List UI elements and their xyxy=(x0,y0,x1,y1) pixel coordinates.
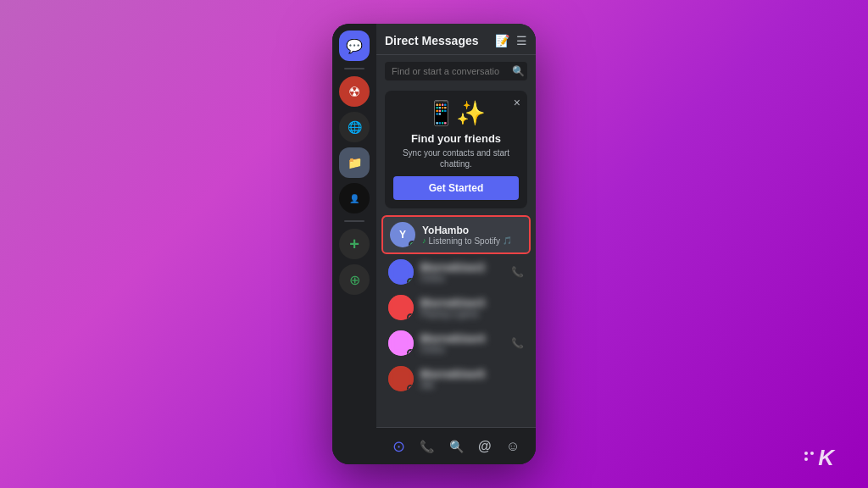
sidebar-item-server3[interactable]: 📁 xyxy=(339,147,370,178)
menu-icon[interactable]: ☰ xyxy=(516,34,527,47)
find-friends-subtitle: Sync your contacts and start chatting. xyxy=(393,147,519,169)
dm-info-user5: BlurredUser5 Idle xyxy=(420,369,524,390)
avatar-status-yohambo xyxy=(409,241,415,247)
dm-item-user2[interactable]: BlurredUser2 Online 📞 xyxy=(381,254,531,290)
sidebar-item-home[interactable]: 💬 xyxy=(339,30,370,61)
dm-item-yohambo[interactable]: Y YoHambo ♪ Listening to Spotify 🎵 ➜ xyxy=(381,215,531,254)
search-input[interactable] xyxy=(392,66,509,76)
dm-status-user3: Playing a game xyxy=(420,309,524,319)
header-icons: 📝 ☰ xyxy=(495,34,527,47)
background: 💬 ☢ 🌐 📁 👤 + ⊕ xyxy=(0,0,868,488)
server-separator xyxy=(344,68,364,69)
dm-name-yohambo: YoHambo xyxy=(422,225,522,236)
spotify-icon: ♪ xyxy=(422,236,426,245)
dm-status-user2: Online xyxy=(420,274,504,283)
dm-info-yohambo: YoHambo ♪ Listening to Spotify 🎵 xyxy=(422,225,522,246)
dot-2 xyxy=(810,452,814,455)
dm-action-user4: 📞 xyxy=(511,337,524,349)
avatar-status-user2 xyxy=(407,278,414,285)
dm-name-user5: BlurredUser5 xyxy=(420,369,524,380)
dm-avatar-user3 xyxy=(388,295,414,320)
dm-avatar-user2 xyxy=(388,259,414,285)
friends-illustration: 📱✨ xyxy=(393,99,519,127)
dm-list: Y YoHambo ♪ Listening to Spotify 🎵 ➜ xyxy=(376,215,536,427)
dot-3 xyxy=(804,458,808,461)
avatar-placeholder: 👤 xyxy=(339,183,370,214)
close-button[interactable]: × xyxy=(514,96,520,109)
dm-avatar-user4 xyxy=(388,330,414,356)
dm-status-user5: Idle xyxy=(420,380,524,390)
dm-panel: Direct Messages 📝 ☰ 🔍 × 📱✨ Find your fri… xyxy=(376,24,536,464)
dot-row-2 xyxy=(804,458,814,461)
globe-icon: 🌐 xyxy=(348,120,362,134)
avatar-status-user4 xyxy=(407,349,414,356)
radioactive-icon: ☢ xyxy=(348,84,360,100)
sidebar-item-server4[interactable]: 👤 xyxy=(339,183,370,214)
dm-name-user3: BlurredUser3 xyxy=(420,297,524,309)
dm-avatar-user5 xyxy=(388,366,414,391)
home-icon: 💬 xyxy=(346,38,363,54)
phone-container: 💬 ☢ 🌐 📁 👤 + ⊕ xyxy=(332,24,536,464)
sidebar-item-server2[interactable]: 🌐 xyxy=(339,112,370,142)
nav-home-icon[interactable]: ⊙ xyxy=(389,434,409,459)
search-icon: 🔍 xyxy=(512,65,525,77)
dm-info-user3: BlurredUser3 Playing a game xyxy=(420,297,524,319)
watermark: K xyxy=(804,445,834,471)
find-friends-title: Find your friends xyxy=(393,132,519,145)
spotify-logo-icon: 🎵 xyxy=(503,236,512,245)
server-separator-2 xyxy=(344,220,364,222)
avatar-status-user3 xyxy=(407,313,414,320)
dm-item-user5[interactable]: BlurredUser5 Idle xyxy=(381,361,531,396)
add-icon: + xyxy=(349,235,359,254)
dm-item-user4[interactable]: BlurredUser4 Online 📞 xyxy=(381,325,531,361)
sidebar-item-add[interactable]: + xyxy=(339,229,370,259)
dm-status-user4: Online xyxy=(420,345,504,354)
nav-mentions-icon[interactable]: @ xyxy=(475,435,495,458)
dm-action-user2: 📞 xyxy=(511,266,524,278)
dm-avatar-yohambo: Y xyxy=(390,222,415,247)
dm-status-yohambo: ♪ Listening to Spotify 🎵 xyxy=(422,236,522,246)
get-started-button[interactable]: Get Started xyxy=(393,176,519,200)
find-friends-card: × 📱✨ Find your friends Sync your contact… xyxy=(385,91,527,208)
new-dm-icon[interactable]: 📝 xyxy=(495,34,509,47)
listening-status: Listening to Spotify xyxy=(429,236,501,246)
avatar-status-user5 xyxy=(407,385,414,391)
discover-icon: ⊕ xyxy=(349,272,360,288)
dot-1 xyxy=(804,452,808,455)
folder-icon: 📁 xyxy=(348,156,362,169)
dm-header: Direct Messages 📝 ☰ xyxy=(376,24,536,55)
server-sidebar: 💬 ☢ 🌐 📁 👤 + ⊕ xyxy=(332,24,376,464)
sidebar-item-server1[interactable]: ☢ xyxy=(339,76,370,107)
red-arrow: ➜ xyxy=(535,219,536,252)
nav-emoji-icon[interactable]: ☺ xyxy=(503,435,523,458)
dot-row-1 xyxy=(804,452,814,455)
dm-info-user2: BlurredUser2 Online xyxy=(420,262,504,283)
sidebar-item-discover[interactable]: ⊕ xyxy=(339,264,370,295)
dm-item-user3[interactable]: BlurredUser3 Playing a game xyxy=(381,290,531,325)
dm-name-user4: BlurredUser4 xyxy=(420,333,504,345)
bottom-nav: ⊙ 📞 🔍 @ ☺ xyxy=(376,427,536,464)
search-bar[interactable]: 🔍 xyxy=(385,62,527,80)
dm-name-user2: BlurredUser2 xyxy=(420,262,504,274)
watermark-dots xyxy=(804,452,814,461)
watermark-letter: K xyxy=(818,445,834,471)
friends-emoji-icon: 📱✨ xyxy=(426,99,486,127)
dm-title: Direct Messages xyxy=(385,34,479,47)
nav-search-icon[interactable]: 🔍 xyxy=(446,436,467,457)
nav-call-icon[interactable]: 📞 xyxy=(416,436,437,457)
dm-info-user4: BlurredUser4 Online xyxy=(420,333,504,354)
